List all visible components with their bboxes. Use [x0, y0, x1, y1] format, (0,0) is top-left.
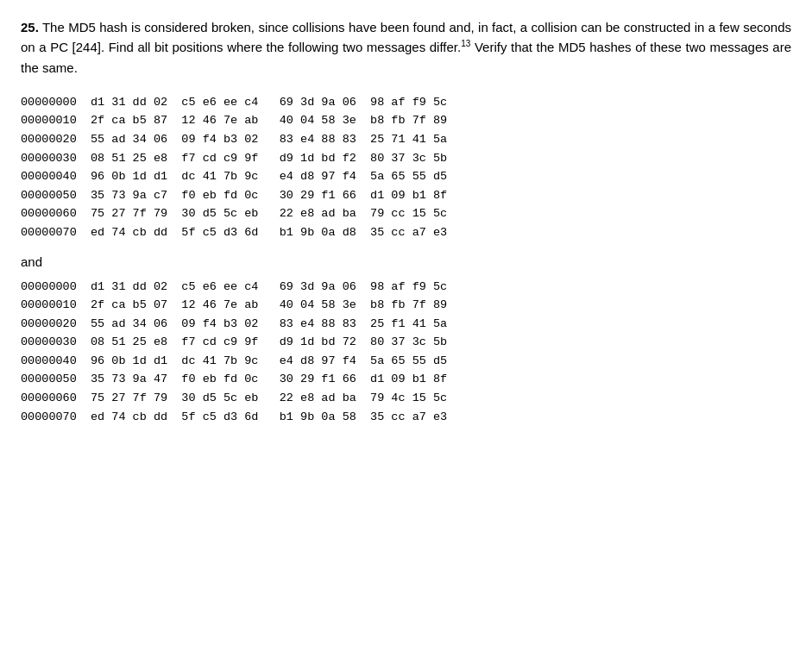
- intro-paragraph: 25. The MD5 hash is considered broken, s…: [21, 17, 791, 78]
- hex-row: 00000030 08 51 25 e8 f7 cd c9 9f d9 1d b…: [21, 149, 791, 168]
- hex-row: 00000040 96 0b 1d d1 dc 41 7b 9c e4 d8 9…: [21, 167, 791, 186]
- question-number: 25.: [21, 20, 39, 34]
- and-label: and: [21, 254, 791, 269]
- hex-row: 00000060 75 27 7f 79 30 d5 5c eb 22 e8 a…: [21, 204, 791, 223]
- hex-row: 00000020 55 ad 34 06 09 f4 b3 02 83 e4 8…: [21, 315, 791, 334]
- hex-row: 00000010 2f ca b5 87 12 46 7e ab 40 04 5…: [21, 111, 791, 130]
- hex-row: 00000040 96 0b 1d d1 dc 41 7b 9c e4 d8 9…: [21, 352, 791, 371]
- hex-row: 00000000 d1 31 dd 02 c5 e6 ee c4 69 3d 9…: [21, 278, 791, 297]
- hex-row: 00000020 55 ad 34 06 09 f4 b3 02 83 e4 8…: [21, 130, 791, 149]
- hex-block-2: 00000000 d1 31 dd 02 c5 e6 ee c4 69 3d 9…: [21, 278, 791, 427]
- hex-row: 00000070 ed 74 cb dd 5f c5 d3 6d b1 9b 0…: [21, 408, 791, 427]
- hex-row: 00000030 08 51 25 e8 f7 cd c9 9f d9 1d b…: [21, 333, 791, 352]
- hex-row: 00000010 2f ca b5 07 12 46 7e ab 40 04 5…: [21, 296, 791, 315]
- hex-row: 00000000 d1 31 dd 02 c5 e6 ee c4 69 3d 9…: [21, 93, 791, 112]
- footnote-superscript: 13: [461, 39, 470, 48]
- hex-row: 00000070 ed 74 cb dd 5f c5 d3 6d b1 9b 0…: [21, 223, 791, 242]
- hex-row: 00000060 75 27 7f 79 30 d5 5c eb 22 e8 a…: [21, 389, 791, 408]
- hex-row: 00000050 35 73 9a 47 f0 eb fd 0c 30 29 f…: [21, 370, 791, 389]
- hex-block-1: 00000000 d1 31 dd 02 c5 e6 ee c4 69 3d 9…: [21, 93, 791, 242]
- hex-row: 00000050 35 73 9a c7 f0 eb fd 0c 30 29 f…: [21, 186, 791, 205]
